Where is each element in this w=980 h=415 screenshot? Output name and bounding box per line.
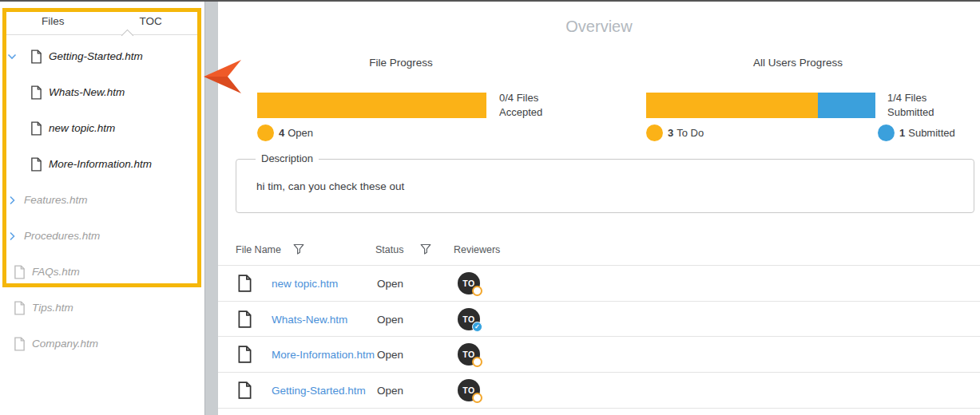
- legend-count: 1: [899, 127, 905, 139]
- file-progress-title: File Progress: [257, 57, 545, 69]
- users-progress-legend-todo: 3To Do: [646, 125, 704, 141]
- files-table: new topic.htmOpenTOWhats-New.htmOpenTO✓M…: [218, 266, 980, 409]
- tree-item[interactable]: Getting-Started.htm: [0, 38, 204, 74]
- legend-count: 4: [279, 127, 284, 139]
- file-icon: [30, 121, 42, 136]
- tree-item-label: Getting-Started.htm: [49, 50, 143, 62]
- tree-item[interactable]: FAQs.htm: [0, 254, 204, 290]
- file-progress-legend: 4Open: [257, 125, 313, 141]
- reviewer-avatar[interactable]: TO: [458, 379, 480, 401]
- status-value: Open: [377, 277, 403, 289]
- tree-item[interactable]: Tips.htm: [0, 290, 204, 326]
- filter-icon-file-name[interactable]: [292, 243, 305, 255]
- description-label: Description: [256, 152, 319, 164]
- reviewer-avatar[interactable]: TO: [458, 272, 480, 294]
- todo-ring-badge: [472, 357, 482, 367]
- tree-item[interactable]: Features.htm: [0, 182, 204, 218]
- legend-label: Open: [288, 127, 313, 139]
- caption-line: Submitted: [887, 105, 934, 120]
- submitted-check-badge: ✓: [472, 322, 482, 332]
- file-icon: [237, 381, 252, 400]
- sidebar-tabbar: Files TOC: [4, 8, 200, 35]
- table-row[interactable]: new topic.htmOpenTO: [218, 266, 980, 302]
- tree-item-label: FAQs.htm: [32, 266, 80, 278]
- file-name-link[interactable]: Whats-New.htm: [272, 313, 347, 325]
- page-title: Overview: [218, 18, 980, 36]
- tree-item-label: More-Information.htm: [49, 158, 152, 170]
- file-icon: [30, 157, 42, 172]
- table-row[interactable]: Whats-New.htmOpenTO✓: [218, 302, 980, 338]
- file-icon: [237, 310, 252, 329]
- file-progress-bar: [257, 93, 486, 118]
- column-header-file-name: File Name: [236, 244, 281, 255]
- tree-item-label: Tips.htm: [32, 302, 73, 314]
- file-progress-caption: 0/4 Files Accepted: [499, 91, 542, 120]
- file-tree: Getting-Started.htmWhats-New.htmnew topi…: [0, 38, 204, 362]
- tree-item-label: Procedures.htm: [24, 230, 100, 242]
- tree-item-label: new topic.htm: [49, 122, 115, 134]
- table-row[interactable]: Getting-Started.htmOpenTO: [218, 373, 980, 409]
- progress-segment-submitted: [818, 93, 875, 118]
- legend-dot: [257, 125, 274, 141]
- legend-count: 3: [668, 127, 673, 139]
- caption-line: 0/4 Files: [499, 91, 542, 105]
- legend-dot: [878, 125, 895, 141]
- reviewer-avatar[interactable]: TO: [458, 343, 480, 366]
- tab-files[interactable]: Files: [4, 8, 102, 34]
- file-icon: [237, 345, 252, 364]
- users-progress-title: All Users Progress: [646, 57, 950, 69]
- tree-item-label: Whats-New.htm: [49, 86, 125, 98]
- file-icon: [14, 301, 26, 315]
- tab-toc[interactable]: TOC: [102, 8, 200, 34]
- tree-item[interactable]: Company.htm: [0, 326, 204, 362]
- panel-divider[interactable]: [204, 2, 218, 415]
- main-content: Overview File Progress 0/4 Files Accepte…: [218, 2, 980, 415]
- filter-icon-status[interactable]: [419, 243, 432, 255]
- legend-dot: [646, 125, 663, 141]
- file-icon: [14, 337, 26, 351]
- chevron-right-icon[interactable]: [6, 231, 18, 242]
- file-name-link[interactable]: Getting-Started.htm: [272, 384, 366, 396]
- status-value: Open: [377, 349, 403, 361]
- users-progress-legend-submitted: 1Submitted: [878, 125, 955, 141]
- file-icon: [30, 49, 42, 64]
- review-overview-page: Files TOC Getting-Started.htmWhats-New.h…: [0, 0, 980, 415]
- status-value: Open: [377, 384, 403, 396]
- column-header-reviewers: Reviewers: [454, 244, 500, 255]
- tree-item[interactable]: Procedures.htm: [0, 218, 204, 254]
- tree-item[interactable]: Whats-New.htm: [0, 74, 204, 110]
- caption-line: 1/4 Files: [887, 91, 934, 105]
- chevron-right-icon[interactable]: [6, 195, 18, 206]
- column-header-status: Status: [375, 244, 403, 255]
- progress-segment-to-do: [646, 93, 818, 118]
- legend-label: Submitted: [908, 127, 955, 139]
- legend-label: To Do: [676, 127, 704, 139]
- users-progress-bar: [646, 93, 875, 118]
- todo-ring-badge: [472, 393, 482, 403]
- tree-item-label: Company.htm: [32, 338, 98, 350]
- file-name-link[interactable]: More-Information.htm: [272, 349, 375, 361]
- table-row[interactable]: More-Information.htmOpenTO: [218, 337, 980, 373]
- file-icon: [14, 265, 26, 279]
- file-icon: [237, 274, 252, 293]
- users-progress-caption: 1/4 Files Submitted: [887, 91, 934, 120]
- toc-sidebar: Files TOC Getting-Started.htmWhats-New.h…: [0, 2, 204, 415]
- tree-item[interactable]: new topic.htm: [0, 110, 204, 146]
- description-value: hi tim, can you check these out: [236, 160, 974, 192]
- status-value: Open: [377, 313, 403, 325]
- tree-item-label: Features.htm: [24, 194, 88, 206]
- reviewer-avatar[interactable]: TO✓: [458, 308, 480, 330]
- file-name-link[interactable]: new topic.htm: [272, 277, 338, 289]
- tree-item[interactable]: More-Information.htm: [0, 146, 204, 182]
- description-field[interactable]: Description hi tim, can you check these …: [236, 159, 974, 213]
- todo-ring-badge: [472, 286, 482, 296]
- progress-segment-open: [257, 93, 486, 118]
- chevron-down-icon[interactable]: [6, 51, 18, 62]
- file-icon: [30, 85, 42, 100]
- caption-line: Accepted: [499, 105, 542, 120]
